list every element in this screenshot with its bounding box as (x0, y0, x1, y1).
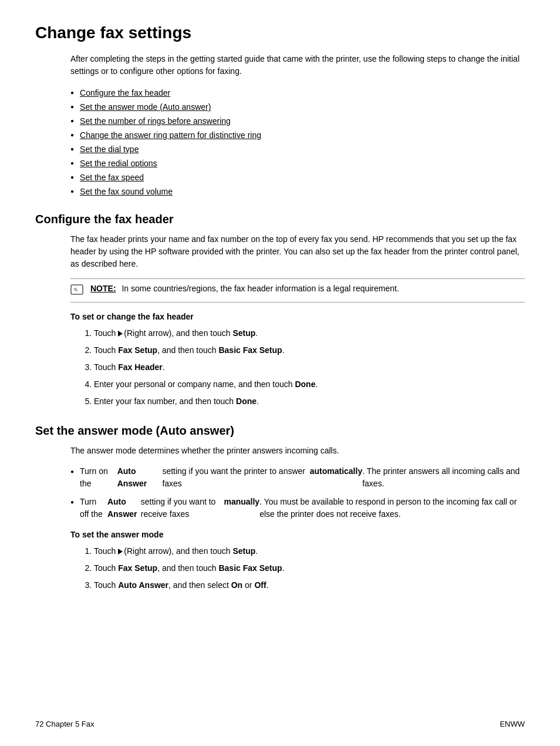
right-arrow-icon-1 (118, 331, 123, 337)
toc-link-7[interactable]: Set the fax speed (80, 173, 144, 182)
section2-bullet-2: Turn off the Auto Answer setting if you … (70, 496, 525, 520)
toc-link-1[interactable]: Configure the fax header (80, 88, 170, 98)
section2-step-3: Touch Auto Answer, and then select On or… (94, 579, 525, 592)
right-arrow-icon-2 (118, 549, 123, 555)
toc-link-6[interactable]: Set the redial options (80, 159, 157, 168)
toc-list: Configure the fax header Set the answer … (70, 88, 525, 196)
note-label: NOTE: In some countries/regions, the fax… (90, 284, 399, 293)
section2-steps: Touch (Right arrow), and then touch Setu… (94, 545, 525, 592)
toc-item-5[interactable]: Set the dial type (70, 145, 525, 154)
section2-bullet-1: Turn on the Auto Answer setting if you w… (70, 465, 525, 490)
section1-step-3: Touch Fax Header. (94, 361, 525, 374)
section1-body: The fax header prints your name and fax … (70, 233, 525, 270)
footer-left: 72 Chapter 5 Fax (35, 720, 94, 728)
toc-item-4[interactable]: Change the answer ring pattern for disti… (70, 130, 525, 140)
section1-subsection-label: To set or change the fax header (70, 312, 525, 321)
footer-right: ENWW (500, 720, 525, 728)
section2-bullets: Turn on the Auto Answer setting if you w… (70, 465, 525, 520)
intro-text: After completing the steps in the gettin… (70, 53, 525, 78)
toc-item-1[interactable]: Configure the fax header (70, 88, 525, 98)
toc-link-8[interactable]: Set the fax sound volume (80, 187, 173, 196)
toc-link-2[interactable]: Set the answer mode (Auto answer) (80, 102, 211, 112)
page-footer: 72 Chapter 5 Fax ENWW (35, 720, 525, 728)
section2-subsection-label: To set the answer mode (70, 530, 525, 539)
toc-link-3[interactable]: Set the number of rings before answering (80, 116, 231, 126)
note-box: ✎ NOTE: In some countries/regions, the f… (70, 278, 525, 303)
toc-item-2[interactable]: Set the answer mode (Auto answer) (70, 102, 525, 112)
toc-item-8[interactable]: Set the fax sound volume (70, 187, 525, 196)
note-icon: ✎ (70, 284, 87, 297)
section2-body: The answer mode determines whether the p… (70, 445, 525, 457)
section2-step-1: Touch (Right arrow), and then touch Setu… (94, 545, 525, 557)
svg-text:✎: ✎ (73, 287, 77, 293)
section1-title: Configure the fax header (35, 213, 525, 226)
section1-step-4: Enter your personal or company name, and… (94, 378, 525, 391)
toc-link-4[interactable]: Change the answer ring pattern for disti… (80, 130, 261, 140)
section1-step-5: Enter your fax number, and then touch Do… (94, 395, 525, 408)
toc-item-3[interactable]: Set the number of rings before answering (70, 116, 525, 126)
section1-step-1: Touch (Right arrow), and then touch Setu… (94, 327, 525, 340)
page-title: Change fax settings (35, 23, 525, 42)
section2-step-2: Touch Fax Setup, and then touch Basic Fa… (94, 562, 525, 574)
section2-title: Set the answer mode (Auto answer) (35, 424, 525, 438)
section1-steps: Touch (Right arrow), and then touch Setu… (94, 327, 525, 408)
toc-item-7[interactable]: Set the fax speed (70, 173, 525, 182)
note-content: In some countries/regions, the fax heade… (122, 284, 399, 293)
section1-step-2: Touch Fax Setup, and then touch Basic Fa… (94, 344, 525, 357)
toc-link-5[interactable]: Set the dial type (80, 145, 139, 154)
toc-item-6[interactable]: Set the redial options (70, 159, 525, 168)
